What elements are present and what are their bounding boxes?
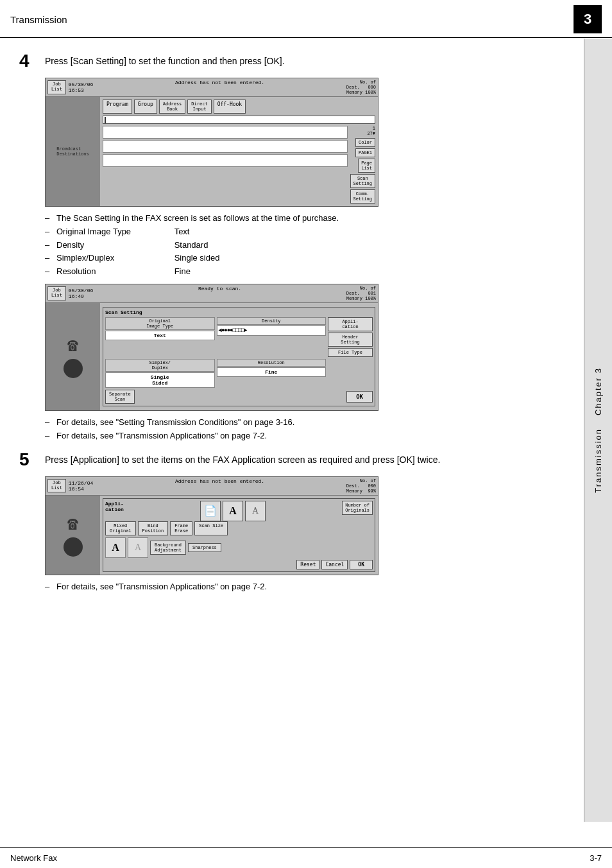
scan-original-type: OriginalImage Type Text [105, 317, 215, 357]
chapter-badge: 3 [574, 5, 602, 33]
fax2-content: ☎ Scan Setting OriginalImage Type Text D… [46, 303, 378, 410]
step4-heading: 4 Press [Scan Setting] to set the functi… [19, 55, 574, 70]
bullet-1-3: Density Standard [45, 239, 574, 252]
app-btns-row2: A A BackgroundAdjustment Sharpness [105, 537, 373, 558]
bullet-1-2-label: Original Image Type [56, 225, 172, 239]
main-content: 4 Press [Scan Setting] to set the functi… [0, 38, 612, 609]
fax1-dest-info: No. ofDest. 000Memory 100% [346, 80, 376, 95]
scan-simplex-label: Simplex/Duplex [105, 359, 215, 372]
fax1-input-bar[interactable] [103, 116, 375, 124]
fax2-left-panel: ☎ [46, 303, 100, 410]
fax1-top-bar: JobList 05/30/0616:53 Address has not be… [46, 78, 378, 97]
app-ok-btn[interactable]: OK [350, 560, 373, 569]
app-num-originals-btn[interactable]: Number ofOriginals [342, 501, 373, 515]
scan-density-label: Density [217, 317, 327, 325]
scan-spacer [328, 359, 373, 388]
fax2-filetype-btn[interactable]: File Type [328, 348, 373, 357]
fax2-datetime: 05/30/0616:49 [69, 288, 93, 299]
bullet-1-5-label: Resolution [56, 265, 172, 279]
bullet-1-5: Resolution Fine [45, 265, 574, 279]
app-scan-size-btn[interactable]: Scan Size [194, 521, 228, 535]
fax1-program-btn[interactable]: Program [103, 100, 132, 114]
footer-right: 3-7 [590, 853, 602, 863]
app-reset-btn[interactable]: Reset [296, 560, 319, 569]
scan-bottom-row: SeparateScan OK [105, 390, 373, 404]
fax1-address-btn[interactable]: AddressBook [159, 100, 186, 114]
bullet-1-4: Simplex/Duplex Single sided [45, 252, 574, 265]
fax3-phone-icon: ☎ [67, 513, 78, 535]
fax3-content: ☎ Appli-cation 📄 A A Number ofOriginals [46, 496, 378, 575]
app-btns-row1: MixedOriginal BindPosition FrameErase Sc… [105, 521, 373, 535]
bullet-2-1-text: For details, see "Setting Transmission C… [56, 417, 294, 427]
scan-setting-row2: Simplex/Duplex SingleSided Resolution Fi… [105, 359, 373, 388]
fax1-page1-btn[interactable]: PAGE1 [355, 148, 375, 157]
density-dots: ◄●●●●□□□□► [219, 327, 247, 334]
app-cancel-btn[interactable]: Cancel [321, 560, 348, 569]
app-icon-1: 📄 [200, 501, 221, 521]
fax3-phone-dial [64, 537, 83, 557]
fax1-content: BroadcastDestinations Program Group Addr… [46, 97, 378, 206]
fax1-left-panel: BroadcastDestinations [46, 97, 100, 206]
fax1-group-btn[interactable]: Group [134, 100, 157, 114]
app-bottom-btns: Reset Cancel OK [105, 560, 373, 569]
bullet-list-1: The Scan Setting in the FAX screen is se… [45, 212, 574, 279]
app-icon-4: A [105, 537, 126, 558]
app-icon-5: A [128, 537, 148, 558]
scan-simplex-value: SingleSided [105, 372, 215, 388]
scan-density-bar: ◄●●●●□□□□► [217, 326, 327, 336]
fax1-pagelist-btn[interactable]: PageList [358, 159, 375, 173]
step5-number: 5 [19, 451, 45, 469]
bullet-2-1: For details, see "Setting Transmission C… [45, 416, 574, 430]
fax1-scansetting-btn[interactable]: ScanSetting [350, 174, 375, 188]
fax1-main-area: 127▼ Color PAGE1 PageList ScanSetting Co… [103, 126, 375, 204]
bullet-1-1: The Scan Setting in the FAX screen is se… [45, 212, 574, 225]
scan-separate-btn[interactable]: SeparateScan [105, 390, 135, 404]
app-bind-position-btn[interactable]: BindPosition [138, 521, 169, 535]
fax-screen-1: JobList 05/30/0616:53 Address has not be… [45, 78, 378, 207]
fax1-right-btns: 127▼ Color PAGE1 PageList ScanSetting Co… [350, 126, 375, 204]
fax2-top-bar: JobList 05/30/0616:49 Ready to scan. No.… [46, 284, 378, 303]
scan-setting-box: Scan Setting OriginalImage Type Text Den… [103, 307, 375, 406]
scan-setting-grid: OriginalImage Type Text Density ◄●●●●□□□… [105, 317, 373, 357]
fax1-direct-btn[interactable]: DirectInput [187, 100, 211, 114]
scan-density: Density ◄●●●●□□□□► [217, 317, 327, 357]
fax2-phone-icon: ☎ [67, 334, 78, 356]
app-sharpness-btn[interactable]: Sharpness [188, 543, 221, 552]
fax1-color-btn[interactable]: Color [355, 138, 375, 147]
bullet-2-2-text: For details, see "Transmission Applicati… [56, 431, 267, 440]
app-mixed-original-btn[interactable]: MixedOriginal [105, 521, 136, 535]
fax-screen-3: JobList 11/26/0416:54 Address has not be… [45, 476, 378, 575]
fax3-job-list-btn[interactable]: JobList [47, 479, 66, 492]
app-background-btn[interactable]: BackgroundAdjustment [150, 541, 186, 555]
app-screen: Appli-cation 📄 A A Number ofOriginals Mi… [103, 498, 375, 572]
bullet-1-2: Original Image Type Text [45, 225, 574, 239]
fax2-phone-dial [64, 359, 83, 378]
fax1-broadcast-label: BroadcastDestinations [56, 146, 89, 157]
app-header-row: Appli-cation 📄 A A Number ofOriginals [105, 501, 373, 521]
scan-resolution-label: Resolution [217, 359, 327, 367]
page-header: Transmission 3 [0, 0, 612, 38]
bullet-3-1: For details, see "Transmission Applicati… [45, 580, 574, 594]
scan-ok-btn[interactable]: OK [346, 391, 373, 403]
sidebar-section-label: Transmission [593, 428, 603, 493]
fax1-grid-cell-3 [103, 154, 348, 167]
fax1-offhook-btn[interactable]: Off-Hook [214, 100, 246, 114]
fax2-job-list-btn[interactable]: JobList [47, 286, 66, 300]
scan-right-btns: Appli-cation HeaderSetting File Type [328, 317, 373, 357]
bullet-1-5-value: Fine [174, 265, 191, 279]
fax3-dest-info: No. ofDest. 000Memory 99% [346, 478, 376, 494]
fax1-grid-area [103, 126, 348, 204]
fax2-header-btn[interactable]: HeaderSetting [328, 333, 373, 347]
fax1-top-left: JobList 05/30/0616:53 [47, 80, 93, 95]
fax3-status: Address has not been entered. [93, 478, 346, 494]
fax1-btn-row: Program Group AddressBook DirectInput Of… [103, 100, 375, 114]
bullet-1-4-value: Single sided [174, 252, 220, 265]
bullet-1-3-value: Standard [174, 239, 208, 252]
bullet-3-1-text: For details, see "Transmission Applicati… [56, 582, 267, 591]
fax1-commsetting-btn[interactable]: Comm.Setting [350, 189, 375, 204]
fax2-application-btn[interactable]: Appli-cation [328, 317, 373, 331]
scan-setting-title: Scan Setting [105, 309, 373, 315]
fax1-job-list-btn[interactable]: JobList [47, 80, 66, 94]
app-frame-erase-btn[interactable]: FrameErase [170, 521, 192, 535]
fax2-right-panel: Scan Setting OriginalImage Type Text Den… [100, 303, 378, 410]
